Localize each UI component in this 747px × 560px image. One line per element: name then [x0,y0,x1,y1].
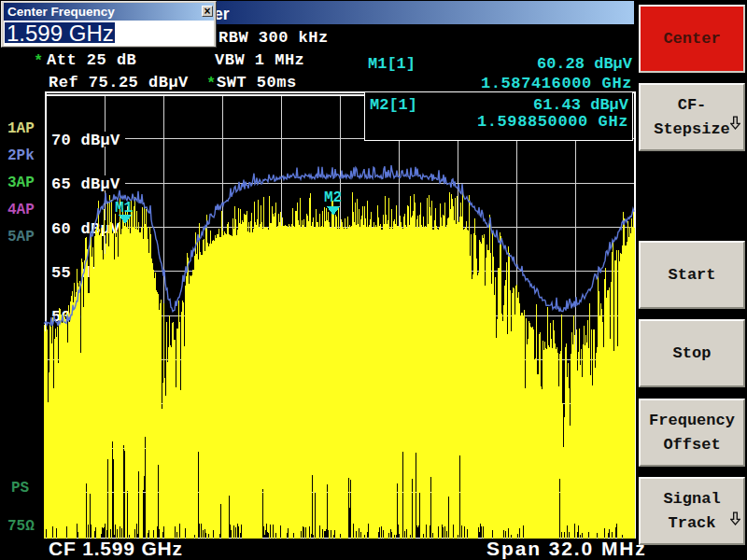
svg-text:M1: M1 [115,200,133,217]
svg-text:M2: M2 [324,189,342,206]
svg-text:70 dBµV: 70 dBµV [51,132,120,149]
svg-text:65 dBµV: 65 dBµV [51,175,120,193]
